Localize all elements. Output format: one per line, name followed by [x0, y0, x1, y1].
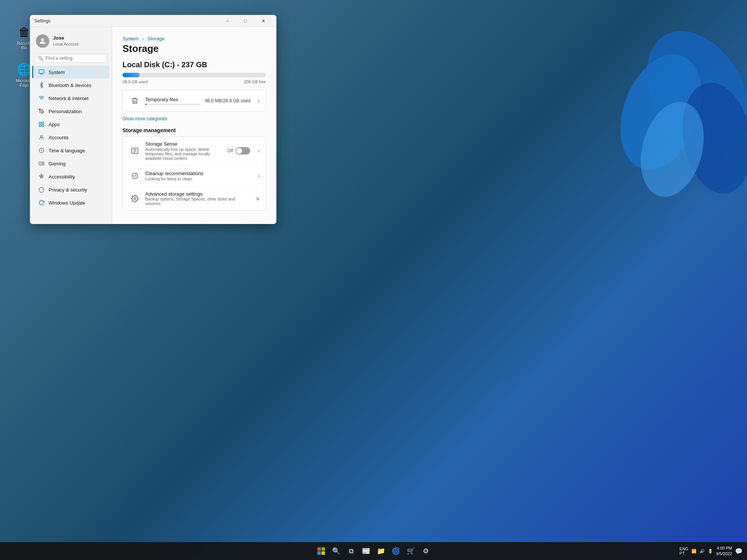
breadcrumb-separator: › — [142, 36, 144, 41]
advanced-icon — [129, 193, 141, 205]
show-more-link[interactable]: Show more categories — [123, 115, 266, 123]
accessibility-label: Accessibility — [49, 174, 75, 180]
advanced-label: Advanced storage settings — [145, 191, 251, 197]
sidebar-item-system[interactable]: System — [32, 66, 109, 78]
time-label: Time & language — [49, 148, 85, 153]
maximize-button[interactable]: □ — [237, 15, 254, 27]
sidebar-item-apps[interactable]: Apps — [32, 118, 109, 131]
sidebar-item-update[interactable]: Windows Update — [32, 196, 109, 209]
window-title: Settings — [34, 18, 50, 24]
storage-sense-desc: Automatically free up space, delete temp… — [145, 147, 223, 161]
minimize-button[interactable]: – — [219, 15, 236, 27]
user-profile[interactable]: Jose Local Account — [30, 30, 112, 52]
breadcrumb-parent[interactable]: System — [123, 36, 139, 41]
page-title: Storage — [123, 43, 266, 55]
win11-logo — [605, 19, 747, 205]
breadcrumb: System › Storage — [123, 36, 266, 41]
user-account-type: Local Account — [53, 41, 79, 47]
svg-rect-12 — [42, 125, 44, 127]
storage-sense-text: Storage Sense Automatically free up spac… — [145, 141, 223, 161]
sidebar-item-accessibility[interactable]: Accessibility — [32, 170, 109, 183]
storage-sense-item[interactable]: Storage Sense Automatically free up spac… — [123, 137, 266, 165]
svg-rect-5 — [39, 70, 44, 73]
svg-point-17 — [43, 164, 43, 164]
storage-management-card: Storage Sense Automatically free up spac… — [123, 136, 266, 211]
user-info: Jose Local Account — [53, 35, 79, 47]
temp-files-value: 86.0 MB/28.9 GB used — [205, 98, 250, 103]
used-label: 28.9 GB used — [123, 80, 148, 84]
system-label: System — [49, 69, 65, 75]
breadcrumb-current: Storage — [148, 36, 165, 41]
cleanup-label: Cleanup recommendations — [145, 171, 253, 176]
edge-taskbar-button[interactable]: 🌀 — [389, 544, 403, 558]
gaming-label: Gaming — [49, 161, 66, 167]
sidebar-item-personalization[interactable]: Personalization — [32, 105, 109, 118]
storage-sense-toggle[interactable] — [235, 147, 250, 155]
privacy-icon — [38, 186, 45, 193]
file-explorer-button[interactable]: 📁 — [374, 544, 388, 558]
svg-rect-25 — [322, 551, 325, 555]
sidebar-item-bluetooth[interactable]: Bluetooth & devices — [32, 79, 109, 91]
advanced-desc: Backup options, Storage Spaces, other di… — [145, 197, 251, 206]
avatar — [36, 34, 49, 48]
storage-sense-arrow: › — [258, 148, 260, 154]
cleanup-icon — [129, 170, 141, 182]
sidebar-item-time[interactable]: Time & language — [32, 144, 109, 157]
privacy-label: Privacy & security — [49, 187, 87, 193]
svg-point-4 — [41, 38, 44, 41]
storage-sense-label: Storage Sense — [145, 141, 223, 147]
svg-rect-10 — [42, 122, 44, 124]
network-label: Network & internet — [49, 96, 89, 101]
apps-icon — [38, 121, 45, 128]
system-clock[interactable]: 4:00 PM 9/5/2022 — [716, 545, 732, 557]
settings-window: Settings – □ ✕ Jose Local Account 🔍 — [30, 15, 276, 224]
cleanup-text: Cleanup recommendations Looking for item… — [145, 171, 253, 181]
storage-sense-icon — [129, 145, 141, 157]
accounts-label: Accounts — [49, 135, 68, 140]
storage-bar-fill — [123, 73, 140, 77]
update-label: Windows Update — [49, 200, 85, 206]
taskbar-right: ENGPT 📶 🔊 🔋 4:00 PM 9/5/2022 💬 — [679, 545, 743, 557]
apps-label: Apps — [49, 122, 60, 127]
search-input[interactable] — [46, 56, 104, 61]
temp-files-label: Temporary files — [145, 97, 201, 102]
clock-date: 9/5/2022 — [716, 551, 732, 557]
sidebar-item-network[interactable]: Network & internet — [32, 92, 109, 105]
sidebar-item-privacy[interactable]: Privacy & security — [32, 183, 109, 196]
start-button[interactable] — [314, 544, 328, 558]
widgets-button[interactable]: 📰 — [359, 544, 373, 558]
temp-files-text: Temporary files — [145, 97, 201, 105]
temp-files-card: Temporary files 86.0 MB/28.9 GB used › — [123, 90, 266, 112]
personalization-label: Personalization — [49, 109, 82, 114]
svg-point-13 — [40, 136, 42, 137]
svg-rect-22 — [317, 547, 321, 551]
disk-title: Local Disk (C:) - 237 GB — [123, 60, 266, 69]
sidebar-item-gaming[interactable]: Gaming — [32, 157, 109, 170]
cleanup-item[interactable]: Cleanup recommendations Looking for item… — [123, 165, 266, 186]
window-controls: – □ ✕ — [219, 15, 272, 27]
storage-management-title: Storage management — [123, 127, 266, 133]
sidebar-item-accounts[interactable]: Accounts — [32, 131, 109, 144]
search-box[interactable]: 🔍 — [34, 54, 107, 63]
disk-section: Local Disk (C:) - 237 GB 28.9 GB used 20… — [123, 60, 266, 84]
personalization-icon — [38, 108, 45, 115]
store-button[interactable]: 🛒 — [404, 544, 418, 558]
notification-icon[interactable]: 💬 — [735, 548, 743, 555]
advanced-item[interactable]: Advanced storage settings Backup options… — [123, 187, 266, 210]
title-bar: Settings – □ ✕ — [30, 15, 276, 27]
settings-taskbar-button[interactable]: ⚙ — [419, 544, 433, 558]
cleanup-arrow: › — [258, 173, 260, 179]
search-taskbar-button[interactable]: 🔍 — [329, 544, 343, 558]
svg-point-8 — [41, 111, 42, 112]
temp-files-bar — [145, 104, 201, 105]
recycle-bin-icon: 🗑 — [17, 25, 32, 40]
taskbar: 🔍 ⧉ 📰 📁 🌀 🛒 ⚙ ENGPT 📶 🔊 🔋 4:00 PM 9/5/20… — [0, 542, 747, 560]
sidebar: Jose Local Account 🔍 System Bl — [30, 27, 112, 224]
temp-files-item[interactable]: Temporary files 86.0 MB/28.9 GB used › — [123, 90, 266, 111]
temp-files-bar-fill — [145, 104, 147, 105]
close-button[interactable]: ✕ — [255, 15, 272, 27]
svg-rect-24 — [317, 551, 321, 555]
temp-files-arrow: › — [258, 98, 260, 104]
task-view-button[interactable]: ⧉ — [344, 544, 358, 558]
temp-files-icon — [129, 95, 141, 107]
